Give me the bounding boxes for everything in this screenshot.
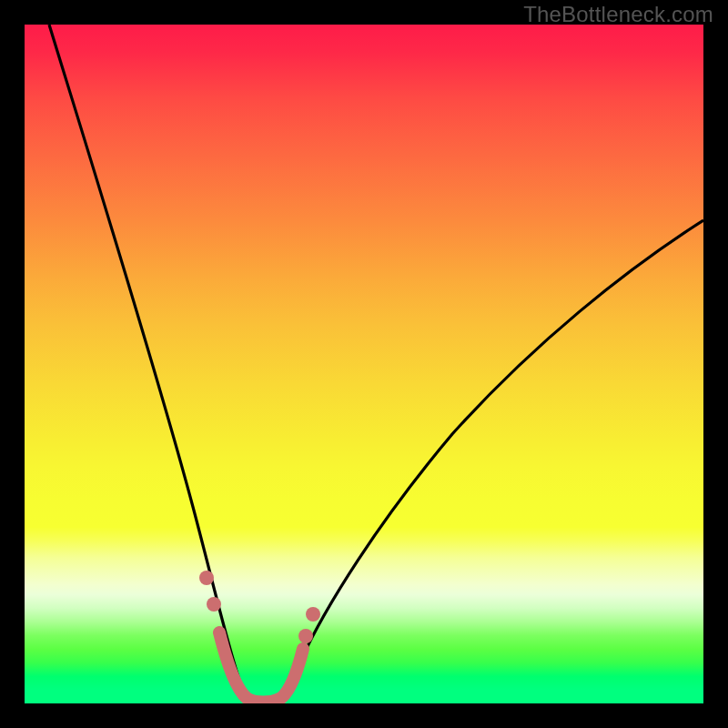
marker-u-path (219, 632, 303, 703)
marker-dot (207, 597, 221, 612)
plot-area (25, 25, 703, 703)
marker-dot (306, 607, 320, 622)
marker-overlay (25, 25, 703, 703)
marker-dot (298, 629, 313, 643)
marker-dot (199, 571, 214, 585)
chart-container: TheBottleneck.com (0, 0, 728, 728)
watermark-text: TheBottleneck.com (523, 2, 713, 27)
